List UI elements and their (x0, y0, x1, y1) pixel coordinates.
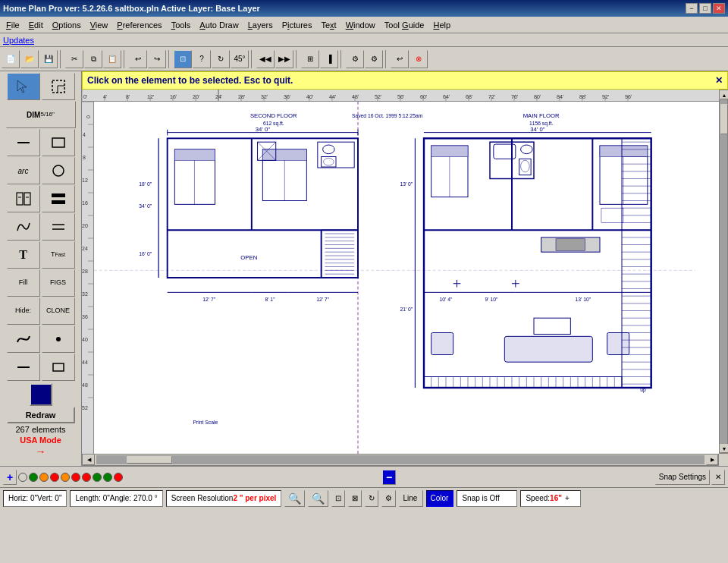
notification-close[interactable]: ✕ (715, 75, 723, 86)
tb-tool2[interactable]: ⚙ (365, 50, 383, 68)
arc-tool-btn[interactable]: arc (7, 157, 40, 184)
svg-text:40': 40' (306, 94, 313, 99)
zoom-out-button[interactable]: 🔍 (284, 490, 305, 507)
zoom-fit-button[interactable]: ⊡ (331, 490, 345, 507)
smallrect-btn[interactable] (42, 354, 75, 381)
menu-text[interactable]: Text (316, 19, 340, 31)
menu-options[interactable]: Options (48, 19, 86, 31)
hline-btn[interactable] (7, 354, 40, 381)
zoom-in-button[interactable]: 🔍 (308, 490, 328, 507)
tb-err[interactable]: ⊗ (410, 50, 428, 68)
scroll-left-button[interactable]: ◀ (83, 454, 95, 465)
snap-circle-4[interactable] (50, 473, 59, 482)
close-button[interactable]: ✕ (713, 3, 725, 14)
menu-view[interactable]: View (86, 19, 113, 31)
line-button[interactable]: Line (399, 490, 423, 507)
menu-toolguide[interactable]: Tool Guide (380, 19, 429, 31)
spline-btn[interactable] (7, 326, 40, 353)
tb-cut[interactable]: ✂ (65, 50, 83, 68)
scroll-thumb-vertical[interactable] (720, 104, 728, 134)
color-button[interactable]: Color (426, 490, 453, 507)
tb-undo2[interactable]: ↩ (391, 50, 409, 68)
tb-copy[interactable]: ⧉ (84, 50, 102, 68)
maximize-button[interactable]: □ (699, 3, 711, 14)
line-tool-btn[interactable] (7, 129, 40, 156)
ruler-left: 0 4 8 12 16 20 24 28 32 36 40 (82, 102, 94, 454)
snap-circle-3[interactable] (39, 473, 49, 482)
tb-save[interactable]: 💾 (39, 50, 58, 68)
figs-tool-btn[interactable]: FIGS (42, 269, 75, 297)
settings-button[interactable]: ⚙ (381, 490, 396, 507)
updates-label[interactable]: Updates (3, 36, 34, 45)
lt-row-1 (7, 73, 75, 100)
speed-plus[interactable]: + (565, 494, 570, 502)
snap-circle-1[interactable] (18, 473, 27, 482)
svg-rect-188 (607, 333, 629, 355)
svg-text:9' 10": 9' 10" (485, 297, 498, 302)
snap-minus-button[interactable]: − (382, 470, 396, 485)
snap-circle-9[interactable] (103, 473, 112, 482)
tb-redo[interactable]: ↪ (148, 50, 166, 68)
tb-select[interactable]: ⊡ (174, 50, 192, 68)
svg-text:20': 20' (193, 94, 199, 99)
snap-circle-7[interactable] (82, 473, 91, 482)
tb-open[interactable]: 📂 (20, 50, 39, 68)
box-select-btn[interactable] (42, 73, 75, 100)
parallel-tool-btn[interactable] (42, 213, 75, 241)
svg-text:40: 40 (82, 337, 88, 342)
arrow-select-btn[interactable] (7, 73, 40, 100)
snap-circle-5[interactable] (61, 473, 70, 482)
curve-tool-btn[interactable] (7, 213, 40, 241)
dim-tool-btn[interactable]: DIM5/16" (6, 101, 76, 128)
tb-wall[interactable]: ▐ (320, 50, 338, 68)
tb-rotate45[interactable]: 45° (231, 50, 249, 68)
snap-plus-button[interactable]: + (3, 470, 17, 485)
snap-circle-6[interactable] (71, 473, 80, 482)
menu-window[interactable]: Window (341, 19, 380, 31)
scroll-up-button[interactable]: ▲ (720, 90, 728, 99)
zoom-select-button[interactable]: ⊠ (348, 490, 362, 507)
tb-move-right[interactable]: ▶▶ (275, 50, 293, 68)
text-tool-btn[interactable]: T (7, 241, 40, 269)
scroll-down-button[interactable]: ▼ (720, 444, 728, 453)
tb-undo[interactable]: ↩ (129, 50, 147, 68)
snap-circle-2[interactable] (29, 473, 38, 482)
drawing-canvas[interactable]: SECOND FLOOR 612 sq.ft. Saved 16 Oct. 19… (94, 102, 719, 454)
svg-text:76': 76' (511, 94, 518, 99)
tb-paste[interactable]: 📋 (103, 50, 121, 68)
tb-tool1[interactable]: ⚙ (346, 50, 364, 68)
rect-tool-btn[interactable] (42, 129, 75, 156)
minimize-button[interactable]: − (686, 3, 698, 14)
tb-move-left[interactable]: ◀◀ (256, 50, 275, 68)
menu-tools[interactable]: Tools (167, 19, 196, 31)
circle-tool-btn[interactable] (42, 157, 75, 184)
dot-btn[interactable] (42, 326, 75, 353)
scroll-right-button[interactable]: ▶ (706, 454, 718, 465)
fast-text-btn[interactable]: TFast (42, 241, 75, 269)
hide-tool-btn[interactable]: Hide: (7, 297, 40, 325)
redraw-button[interactable]: Redraw (7, 407, 75, 423)
wall-tool-btn[interactable] (42, 185, 75, 212)
menu-preferences[interactable]: Preferences (112, 19, 166, 31)
menu-edit[interactable]: Edit (24, 19, 48, 31)
menu-help[interactable]: Help (428, 19, 455, 31)
color-swatch[interactable] (30, 383, 52, 406)
menu-autodraw[interactable]: Auto Draw (195, 19, 243, 31)
refresh-button[interactable]: ↻ (365, 490, 378, 507)
tb-grid[interactable]: ⊞ (301, 50, 319, 68)
snap-circle-10[interactable] (114, 473, 123, 482)
snap-settings-button[interactable]: Snap Settings (655, 470, 710, 485)
menu-file[interactable]: File (2, 19, 24, 31)
tb-new[interactable]: 📄 (2, 50, 20, 68)
door-win-btn[interactable] (7, 185, 40, 212)
tb-zoom-in[interactable]: ? (193, 50, 211, 68)
snap-circle-8[interactable] (93, 473, 102, 482)
clone-tool-btn[interactable]: CLONE (42, 297, 75, 325)
fill-tool-btn[interactable]: Fill (7, 269, 40, 297)
snap-settings-close[interactable]: ✕ (711, 470, 725, 485)
tb-rotate[interactable]: ↻ (212, 50, 230, 68)
svg-text:MAIN FLOOR: MAIN FLOOR (523, 112, 560, 119)
menu-pictures[interactable]: Pictures (278, 19, 317, 31)
scroll-thumb-horizontal[interactable] (127, 456, 172, 464)
menu-layers[interactable]: Layers (243, 19, 278, 31)
